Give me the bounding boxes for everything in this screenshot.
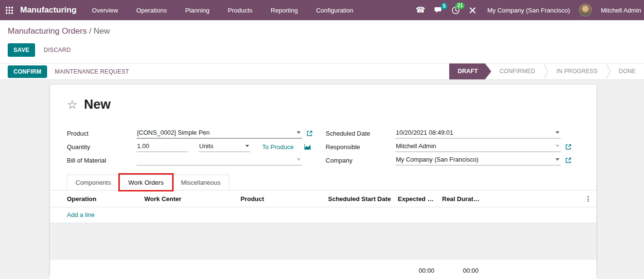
nav-item-products[interactable]: Products	[227, 5, 253, 16]
maintenance-request-button[interactable]: MAINTENANCE REQUEST	[54, 65, 130, 78]
column-options-icon[interactable]: ⋮	[483, 190, 596, 207]
product-label: Product	[67, 130, 137, 137]
confirm-button[interactable]: CONFIRM	[8, 65, 47, 78]
caret-down-icon[interactable]	[556, 158, 559, 161]
avatar[interactable]	[579, 4, 592, 16]
phone-icon[interactable]: ☎	[416, 6, 425, 14]
responsible-label: Responsible	[326, 143, 395, 151]
messages-button[interactable]: 5	[434, 7, 442, 14]
bill-of-material-label: Bill of Material	[67, 157, 137, 164]
uom-value: Units	[199, 142, 214, 150]
manufacturing-order-form: ☆ New Product [CONS_0002] Simple Pen	[50, 85, 596, 274]
add-line-row: Add a line	[50, 207, 596, 223]
caret-down-icon[interactable]	[556, 131, 559, 134]
stage-draft[interactable]: DRAFT	[449, 63, 492, 79]
breadcrumb-separator: /	[87, 26, 93, 36]
discard-button[interactable]: DISCARD	[43, 44, 72, 56]
stage-pipeline: DRAFT CONFIRMED IN PROGRESS DONE	[449, 63, 644, 79]
notebook-tabs: Components Work Orders Miscellaneous	[50, 175, 596, 190]
tab-work-orders[interactable]: Work Orders	[120, 175, 172, 190]
totals-row: 00:00 00:00	[50, 260, 596, 279]
stage-in-progress[interactable]: IN PROGRESS	[548, 63, 606, 79]
col-real-duration[interactable]: Real Durati…	[439, 190, 483, 207]
breadcrumb: Manufacturing Orders / New	[8, 26, 636, 36]
stage-done[interactable]: DONE	[611, 63, 644, 79]
quantity-label: Quantity	[67, 143, 137, 151]
work-orders-table: Operation Work Center Product Scheduled …	[50, 190, 596, 279]
messages-badge: 5	[441, 3, 448, 10]
app-name[interactable]: Manufacturing	[20, 5, 76, 15]
caret-down-icon[interactable]	[297, 158, 301, 161]
form-fields: Product [CONS_0002] Simple Pen	[67, 127, 580, 167]
responsible-field[interactable]: Mitchell Admin	[395, 141, 561, 152]
scheduled-date-value: 10/20/2021 08:49:01	[396, 129, 453, 136]
forecast-chart-icon[interactable]	[304, 143, 312, 150]
uom-select[interactable]: Units	[199, 141, 251, 152]
apps-menu-button[interactable]	[0, 0, 18, 20]
tab-components[interactable]: Components	[67, 175, 120, 190]
nav-item-planning[interactable]: Planning	[184, 5, 211, 16]
main-menu: Overview Operations Planning Products Re…	[91, 5, 354, 16]
col-work-center[interactable]: Work Center	[141, 190, 238, 207]
systray: ☎ 5 21 My Company (San Francisco) Mitche…	[416, 4, 641, 16]
quantity-value: 1.00	[137, 142, 149, 150]
quantity-field[interactable]: 1.00	[137, 141, 189, 152]
activities-button[interactable]: 21	[452, 6, 460, 14]
control-panel: Manufacturing Orders / New SAVE DISCARD	[0, 20, 644, 63]
caret-down-icon[interactable]	[297, 131, 301, 134]
empty-list-area	[50, 223, 596, 260]
scheduled-date-label: Scheduled Date	[326, 130, 395, 137]
nav-item-overview[interactable]: Overview	[91, 5, 119, 16]
content-area: ☆ New Product [CONS_0002] Simple Pen	[0, 80, 644, 279]
apps-grid-icon	[6, 7, 13, 14]
nav-item-reporting[interactable]: Reporting	[270, 5, 299, 16]
activities-badge: 21	[455, 2, 465, 9]
tools-icon	[469, 7, 476, 14]
bill-of-material-field[interactable]	[137, 155, 302, 165]
real-duration-total: 00:00	[439, 260, 483, 279]
caret-down-icon[interactable]	[245, 145, 249, 147]
product-external-link-icon[interactable]	[306, 130, 313, 137]
add-a-line-link[interactable]: Add a line	[67, 211, 95, 218]
product-value: [CONS_0002] Simple Pen	[137, 129, 210, 136]
company-value: My Company (San Francisco)	[396, 156, 479, 163]
product-field[interactable]: [CONS_0002] Simple Pen	[137, 128, 302, 139]
favorite-star-icon[interactable]: ☆	[67, 99, 77, 111]
stage-separator-icon	[606, 63, 611, 79]
to-produce-link[interactable]: To Produce	[262, 143, 294, 151]
responsible-external-link-icon[interactable]	[565, 144, 571, 150]
responsible-value: Mitchell Admin	[396, 142, 436, 150]
company-label: Company	[326, 157, 395, 164]
top-navbar: Manufacturing Overview Operations Planni…	[0, 0, 644, 20]
table-header-row: Operation Work Center Product Scheduled …	[50, 190, 596, 207]
nav-item-configuration[interactable]: Configuration	[315, 5, 354, 16]
company-switcher[interactable]: My Company (San Francisco)	[487, 7, 570, 14]
company-field[interactable]: My Company (San Francisco)	[395, 155, 561, 165]
scheduled-date-field[interactable]: 10/20/2021 08:49:01	[395, 128, 561, 139]
company-external-link-icon[interactable]	[565, 157, 571, 164]
col-operation[interactable]: Operation	[50, 190, 141, 207]
caret-down-icon[interactable]	[556, 145, 559, 147]
statusbar: CONFIRM MAINTENANCE REQUEST DRAFT CONFIR…	[0, 63, 644, 80]
nav-item-operations[interactable]: Operations	[135, 5, 168, 16]
stage-separator-icon	[543, 63, 548, 79]
col-expected-duration[interactable]: Expected …	[395, 190, 439, 207]
save-button[interactable]: SAVE	[8, 43, 35, 57]
col-product[interactable]: Product	[238, 190, 325, 207]
tab-miscellaneous[interactable]: Miscellaneous	[172, 175, 229, 190]
record-title: New	[84, 97, 111, 112]
tools-button[interactable]	[469, 7, 476, 14]
expected-duration-total: 00:00	[395, 260, 439, 279]
phone-glyph: ☎	[416, 6, 425, 14]
col-scheduled-start-date[interactable]: Scheduled Start Date	[325, 190, 395, 207]
form-buttons: SAVE DISCARD	[8, 43, 636, 63]
stage-confirmed[interactable]: CONFIRMED	[491, 63, 543, 79]
user-menu[interactable]: Mitchell Admin	[601, 7, 641, 14]
breadcrumb-parent[interactable]: Manufacturing Orders	[8, 26, 87, 36]
breadcrumb-current: New	[94, 26, 110, 36]
